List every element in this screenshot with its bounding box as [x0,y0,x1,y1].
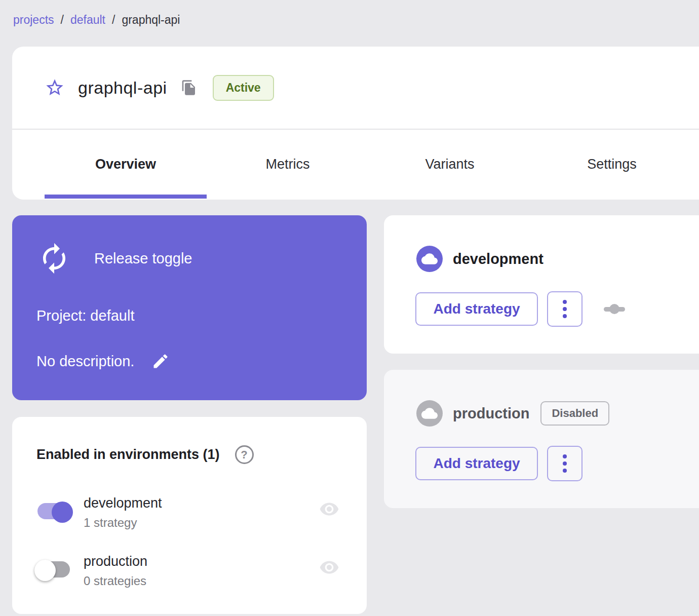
tab-metrics[interactable]: Metrics [207,130,369,199]
development-toggle[interactable] [37,503,70,519]
page-title: graphql-api [78,78,167,98]
environment-avatar [416,400,443,427]
feature-summary-card: Release toggle Project: default No descr… [12,215,367,400]
environment-row-name: development [84,493,162,513]
eye-icon [317,499,341,519]
copy-name-button[interactable] [180,79,198,96]
eye-icon [317,557,341,578]
breadcrumb-projects[interactable]: projects [13,13,54,27]
environment-row-text: production 0 strategies [84,551,147,591]
enabled-environments-panel: Enabled in environments (1) ? developmen… [12,417,367,614]
environment-toggle-row-production: production 0 strategies [12,551,367,602]
environment-menu-button[interactable] [547,291,582,327]
environment-header: production Disabled [416,400,609,427]
environment-name: development [453,251,543,267]
star-icon [45,78,65,98]
help-icon[interactable]: ? [235,445,254,464]
environment-avatar [416,246,443,272]
cloud-icon [421,251,438,267]
environment-row-text: development 1 strategy [84,493,162,532]
pencil-icon [151,352,170,370]
feature-type-row: Release toggle [37,242,192,275]
environment-toggle-row-development: development 1 strategy [12,493,367,544]
environment-row-strategies: 1 strategy [84,513,162,532]
breadcrumb-separator: / [61,13,64,27]
copy-icon [181,80,197,96]
visibility-button[interactable] [317,499,341,519]
feature-description-row: No description. [36,351,171,371]
environment-row-name: production [84,551,147,571]
cloud-icon [421,405,438,421]
breadcrumb-current: graphql-api [122,13,180,27]
tab-overview[interactable]: Overview [45,130,207,199]
disabled-badge: Disabled [540,401,609,426]
breadcrumb-default[interactable]: default [70,13,105,27]
visibility-button[interactable] [317,557,341,578]
feature-project-label: Project: default [36,307,134,324]
enabled-environments-title: Enabled in environments (1) [36,447,220,463]
kebab-dots-icon [563,300,567,304]
feature-title-row: graphql-api Active [12,47,699,130]
breadcrumb-separator: / [112,13,115,27]
status-badge: Active [213,75,274,101]
environment-card-production: production Disabled Add strategy [384,370,699,508]
environment-name: production [453,405,529,422]
active-tab-indicator [45,195,207,199]
tab-bar: Overview Metrics Variants Settings [12,130,699,199]
environment-header: development [416,246,543,272]
feature-header-card: graphql-api Active Overview Metrics Vari… [12,47,699,200]
kebab-dots-icon [563,454,567,458]
environment-actions: Add strategy [415,291,625,327]
tab-settings[interactable]: Settings [531,130,693,199]
breadcrumb: projects / default / graphql-api [13,13,180,27]
loop-arrows-icon [37,242,71,275]
slider-handle-icon[interactable] [604,304,625,314]
feature-type-label: Release toggle [94,250,192,267]
add-strategy-button[interactable]: Add strategy [415,447,538,480]
enabled-environments-header: Enabled in environments (1) ? [36,445,254,464]
feature-description: No description. [36,353,134,370]
add-strategy-button[interactable]: Add strategy [415,292,538,326]
environment-card-development: development Add strategy [384,215,699,354]
edit-description-button[interactable] [150,351,171,371]
environment-menu-button[interactable] [547,446,582,481]
favorite-button[interactable] [45,78,65,98]
environment-row-strategies: 0 strategies [84,571,147,591]
tab-variants[interactable]: Variants [369,130,531,199]
environment-actions: Add strategy [415,446,582,481]
production-toggle[interactable] [37,561,70,578]
